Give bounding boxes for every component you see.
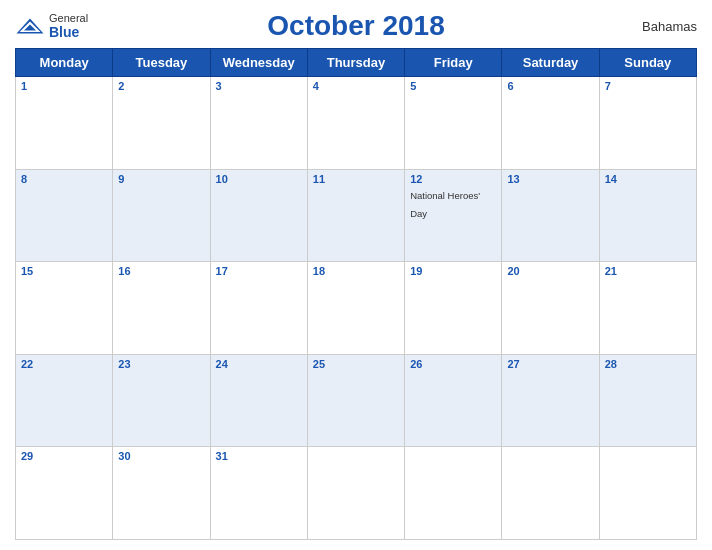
calendar-day-cell: 27 xyxy=(502,354,599,447)
weekday-header-thursday: Thursday xyxy=(307,49,404,77)
day-number: 12 xyxy=(410,173,496,185)
event-label: National Heroes' Day xyxy=(410,190,480,219)
calendar-day-cell: 3 xyxy=(210,77,307,170)
day-number: 17 xyxy=(216,265,302,277)
day-number: 15 xyxy=(21,265,107,277)
calendar-day-cell xyxy=(405,447,502,540)
calendar-day-cell: 17 xyxy=(210,262,307,355)
calendar-day-cell: 23 xyxy=(113,354,210,447)
weekday-header-tuesday: Tuesday xyxy=(113,49,210,77)
day-number: 2 xyxy=(118,80,204,92)
day-number: 3 xyxy=(216,80,302,92)
day-number: 1 xyxy=(21,80,107,92)
weekday-header-saturday: Saturday xyxy=(502,49,599,77)
weekday-header-wednesday: Wednesday xyxy=(210,49,307,77)
calendar-day-cell: 15 xyxy=(16,262,113,355)
day-number: 24 xyxy=(216,358,302,370)
calendar-day-cell: 16 xyxy=(113,262,210,355)
day-number: 27 xyxy=(507,358,593,370)
calendar-day-cell: 25 xyxy=(307,354,404,447)
day-number: 31 xyxy=(216,450,302,462)
day-number: 25 xyxy=(313,358,399,370)
day-number: 5 xyxy=(410,80,496,92)
day-number: 11 xyxy=(313,173,399,185)
month-title: October 2018 xyxy=(267,10,444,42)
calendar-week-row: 1234567 xyxy=(16,77,697,170)
calendar-day-cell: 24 xyxy=(210,354,307,447)
calendar-day-cell: 5 xyxy=(405,77,502,170)
calendar-day-cell: 26 xyxy=(405,354,502,447)
weekday-header-row: MondayTuesdayWednesdayThursdayFridaySatu… xyxy=(16,49,697,77)
calendar-day-cell: 1 xyxy=(16,77,113,170)
day-number: 26 xyxy=(410,358,496,370)
calendar-table: MondayTuesdayWednesdayThursdayFridaySatu… xyxy=(15,48,697,540)
calendar-day-cell: 13 xyxy=(502,169,599,262)
calendar-day-cell: 9 xyxy=(113,169,210,262)
calendar-header: General Blue October 2018 Bahamas xyxy=(15,10,697,42)
calendar-week-row: 89101112National Heroes' Day1314 xyxy=(16,169,697,262)
calendar-day-cell: 8 xyxy=(16,169,113,262)
calendar-day-cell: 2 xyxy=(113,77,210,170)
day-number: 20 xyxy=(507,265,593,277)
day-number: 16 xyxy=(118,265,204,277)
day-number: 22 xyxy=(21,358,107,370)
day-number: 14 xyxy=(605,173,691,185)
calendar-day-cell: 22 xyxy=(16,354,113,447)
day-number: 6 xyxy=(507,80,593,92)
country-label: Bahamas xyxy=(642,19,697,34)
calendar-day-cell: 28 xyxy=(599,354,696,447)
calendar-day-cell: 7 xyxy=(599,77,696,170)
day-number: 23 xyxy=(118,358,204,370)
day-number: 9 xyxy=(118,173,204,185)
day-number: 29 xyxy=(21,450,107,462)
day-number: 18 xyxy=(313,265,399,277)
day-number: 30 xyxy=(118,450,204,462)
day-number: 7 xyxy=(605,80,691,92)
calendar-week-row: 22232425262728 xyxy=(16,354,697,447)
day-number: 28 xyxy=(605,358,691,370)
calendar-day-cell: 19 xyxy=(405,262,502,355)
calendar-week-row: 293031 xyxy=(16,447,697,540)
calendar-day-cell xyxy=(599,447,696,540)
logo-icon xyxy=(15,17,45,35)
logo: General Blue xyxy=(15,12,88,40)
calendar-day-cell xyxy=(502,447,599,540)
calendar-day-cell: 29 xyxy=(16,447,113,540)
weekday-header-monday: Monday xyxy=(16,49,113,77)
calendar-day-cell: 20 xyxy=(502,262,599,355)
weekday-header-sunday: Sunday xyxy=(599,49,696,77)
calendar-day-cell: 21 xyxy=(599,262,696,355)
day-number: 13 xyxy=(507,173,593,185)
calendar-week-row: 15161718192021 xyxy=(16,262,697,355)
logo-general-text: General xyxy=(49,12,88,24)
day-number: 8 xyxy=(21,173,107,185)
calendar-day-cell: 11 xyxy=(307,169,404,262)
calendar-day-cell: 10 xyxy=(210,169,307,262)
weekday-header-friday: Friday xyxy=(405,49,502,77)
calendar-day-cell: 12National Heroes' Day xyxy=(405,169,502,262)
calendar-day-cell: 4 xyxy=(307,77,404,170)
calendar-day-cell: 6 xyxy=(502,77,599,170)
calendar-day-cell: 30 xyxy=(113,447,210,540)
calendar-day-cell: 31 xyxy=(210,447,307,540)
calendar-day-cell: 18 xyxy=(307,262,404,355)
day-number: 4 xyxy=(313,80,399,92)
day-number: 10 xyxy=(216,173,302,185)
calendar-day-cell xyxy=(307,447,404,540)
day-number: 19 xyxy=(410,265,496,277)
calendar-day-cell: 14 xyxy=(599,169,696,262)
logo-blue-text: Blue xyxy=(49,24,88,40)
day-number: 21 xyxy=(605,265,691,277)
